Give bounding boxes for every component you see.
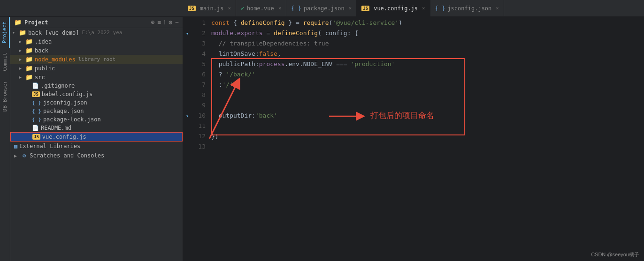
tree-item-back[interactable]: ▶ 📁 back [10,46,183,55]
external-libraries[interactable]: ▦ External Libraries [10,142,183,151]
chevron-right-icon3: ▶ [19,57,25,62]
scratches-label: Scratches and Consoles [30,152,104,159]
tree-item-babel[interactable]: ▶ JS babel.config.js [10,90,183,98]
readme-icon: 📄 [32,125,39,131]
tab-close-package-json[interactable]: × [349,5,352,11]
tree-item-idea[interactable]: ▶ 📁 .idea [10,37,183,46]
tree-item-src[interactable]: ▶ 📁 src [10,73,183,82]
tab-bar: JS main.js × ✓ home.vue × { } package.js… [0,0,644,17]
tree-item-package[interactable]: ▶ { } package.json [10,107,183,115]
gear-icon[interactable]: ⚙ [169,19,172,26]
plain-comma7: , [233,80,237,90]
code-content: ▾ ▾ 12345 678910 111213 [183,17,644,261]
prop-exports: exports [237,28,263,38]
tree-item-node-modules[interactable]: ▶ 📁 node_modules library root [10,55,183,64]
gutter-5 [183,59,192,69]
chevron-right-icon: ▶ [19,39,25,44]
tab-close-home-vue[interactable]: × [278,5,282,11]
plain-9a [211,111,219,121]
js-icon: JS [188,6,196,11]
chevron-right-icon5: ▶ [19,75,25,80]
plain-eq5: === [332,59,351,69]
gutter-4 [183,49,192,59]
json-icon2: { } [435,5,445,12]
plain-10: }) [211,132,219,142]
item-label-jsconfig: jsconfig.json [43,99,87,106]
gutter-10: ▾ [183,111,192,121]
tab-main-js[interactable]: JS main.js × [183,0,236,17]
tab-label: package.json [304,5,345,12]
tree-item-readme[interactable]: ▶ 📄 README.md [10,124,183,132]
tab-home-vue[interactable]: ✓ home.vue × [236,0,286,17]
str-slash: '/' [222,80,233,90]
code-line-5: publicPath : process . env . NODE_ENV ==… [209,59,644,69]
gitignore-icon: 📄 [32,82,39,89]
str-back: '/back/' [226,69,255,80]
item-label-public: public [35,65,55,72]
sidebar-item-project[interactable]: Project [0,17,10,48]
tree-root[interactable]: ▾ 📁 back [vue-demo] E:\a-2022-yea [10,28,183,37]
js-badge-babel: JS [32,91,40,97]
tab-close-vue-config-js[interactable]: × [422,5,425,11]
minus-icon[interactable]: − [175,19,179,26]
code-line-11 [209,142,644,152]
tree-header-title: Project [24,19,48,26]
plain-dot5b: . [299,59,303,69]
plain-comma4: , [277,49,281,59]
json-badge-jsconfig: { } [32,100,41,106]
tab-vue-config-js[interactable]: JS vue.config.js × [357,0,430,17]
gutter-7 [183,80,192,90]
code-line-3: // transpileDependencies: true [209,38,644,49]
tree-item-vue-config[interactable]: ▶ JS vue.config.js [10,132,183,142]
code-line-4: lintOnSave : false , [209,49,644,59]
code-line-8 [209,90,644,100]
scratches-consoles[interactable]: ▶ ⚙ Scratches and Consoles [10,151,183,160]
code-editor: ▾ ▾ 12345 678910 111213 [183,17,644,261]
item-label-back: back [35,47,48,54]
tab-label: home.vue [247,5,274,12]
tree-item-public[interactable]: ▶ 📁 public [10,64,183,73]
prop-lint: lintOnSave [219,49,255,59]
json-icon: { } [291,5,301,12]
sidebar-item-db-browser[interactable]: DB Browser [0,76,9,116]
env-kw: env [288,59,299,69]
tab-close-main-js[interactable]: × [228,5,231,11]
js-icon-active: JS [361,6,369,11]
code-line-1: const { defineConfig } = require ( '@vue… [209,18,644,28]
align-icon[interactable]: ≡ [158,19,161,26]
kw-const: const [211,18,230,28]
tree-item-jsconfig[interactable]: ▶ { } jsconfig.json [10,98,183,107]
plain-q6: ? [211,69,226,80]
chevron-right-icon2: ▶ [19,48,25,53]
tab-close-jsconfig-json[interactable]: × [496,5,499,11]
code-lines[interactable]: const { defineConfig } = require ( '@vue… [209,17,644,261]
code-line-7: : '/' , [209,80,644,90]
plain-4: ) [399,18,402,28]
folder-icon-nodemodules: 📁 [25,56,33,63]
js-badge-vueconfig: JS [32,134,40,140]
tree-item-package-lock[interactable]: ▶ { } package-lock.json [10,115,183,124]
globe-icon[interactable]: ⊕ [151,19,155,26]
scratches-icon: ⚙ [23,152,26,159]
gutter-13 [183,142,192,152]
item-label-src: src [35,74,45,81]
right-arrow-svg [329,111,367,121]
gutter-area: ▾ ▾ [183,17,192,261]
inline-arrow [285,100,367,132]
folder-icon-back: 📁 [25,47,33,54]
plain-7: ( [318,28,325,38]
tab-jsconfig-json[interactable]: { } jsconfig.json × [430,0,504,17]
tab-label: jsconfig.json [447,5,491,12]
tab-package-json[interactable]: { } package.json × [286,0,357,17]
plain-8: : { [347,28,358,38]
list-icon[interactable]: ⁞ [164,19,166,26]
tab-label: vue.config.js [374,5,418,12]
item-label-idea: .idea [35,38,52,45]
tab-label: main.js [200,5,224,12]
plain-2: } = [285,18,303,28]
sidebar-item-commit[interactable]: Commit [0,48,9,76]
code-line-10: }) [209,132,644,142]
tree-item-gitignore[interactable]: ▶ 📄 .gitignore [10,82,183,90]
bool-false: false [259,49,277,59]
fn-defineConfig2: defineConfig [274,28,318,38]
